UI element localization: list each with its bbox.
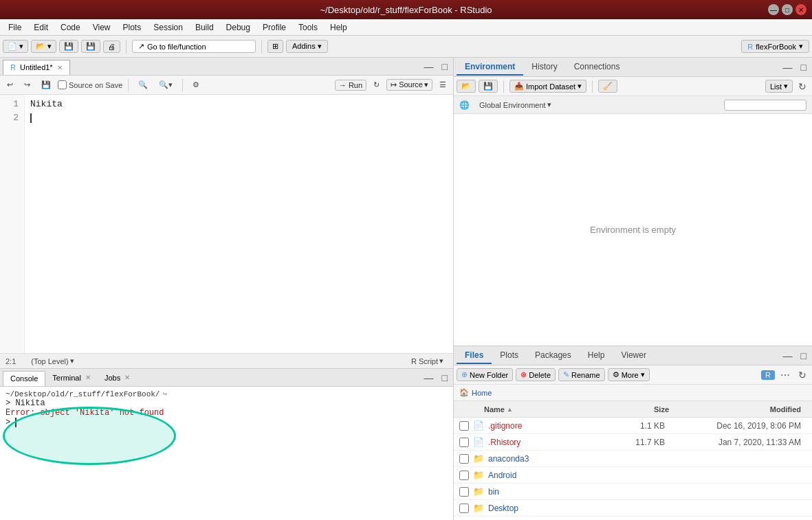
- file-row[interactable]: 📁 Android: [454, 467, 812, 484]
- menu-code[interactable]: Code: [55, 21, 86, 34]
- file-row[interactable]: 📄 .gitignore 1.1 KB Dec 16, 2019, 8:06 P…: [454, 418, 812, 434]
- more-button[interactable]: ⚙ More ▾: [608, 368, 650, 381]
- file-checkbox[interactable]: [459, 487, 469, 497]
- files-tab-packages[interactable]: Packages: [527, 348, 580, 364]
- env-search-input[interactable]: [724, 100, 806, 111]
- global-env-selector[interactable]: Global Environment ▾: [475, 99, 556, 111]
- file-checkbox[interactable]: [459, 504, 469, 513]
- env-minimize-button[interactable]: —: [780, 60, 795, 74]
- file-name[interactable]: bin: [488, 487, 606, 497]
- file-checkbox[interactable]: [459, 421, 469, 431]
- files-options-button[interactable]: ⋯: [778, 368, 793, 382]
- files-maximize-button[interactable]: □: [798, 349, 809, 363]
- file-row[interactable]: 📄 .Rhistory 11.7 KB Jan 7, 2020, 11:33 A…: [454, 434, 812, 451]
- clear-env-button[interactable]: 🧹: [598, 80, 617, 93]
- find-button[interactable]: 🔍: [134, 79, 152, 91]
- file-name[interactable]: Android: [488, 471, 606, 480]
- script-type-selector[interactable]: R Script ▾: [407, 355, 448, 367]
- console-maximize-button[interactable]: □: [439, 371, 450, 385]
- editor-tab-untitled1[interactable]: R Untitled1* ✕: [3, 60, 70, 75]
- file-name[interactable]: .Rhistory: [488, 438, 606, 447]
- new-folder-button[interactable]: ⊕ New Folder: [457, 368, 513, 381]
- files-tab-files[interactable]: Files: [457, 348, 492, 364]
- files-tab-plots[interactable]: Plots: [492, 348, 527, 364]
- files-r-icon[interactable]: R: [761, 370, 775, 380]
- menu-build[interactable]: Build: [190, 21, 219, 34]
- files-header-name[interactable]: Name ▲: [484, 405, 614, 414]
- menu-edit[interactable]: Edit: [28, 21, 54, 34]
- run-button[interactable]: → Run: [335, 80, 366, 91]
- files-header-size[interactable]: Size: [614, 405, 669, 414]
- find-replace-button[interactable]: 🔍▾: [155, 79, 177, 91]
- env-tab-connections[interactable]: Connections: [566, 59, 628, 76]
- editor-options-button[interactable]: ☰: [435, 79, 450, 91]
- delete-button[interactable]: ⊗ Delete: [516, 368, 556, 381]
- undo-button[interactable]: ↩: [3, 79, 17, 91]
- files-tab-help[interactable]: Help: [580, 348, 613, 364]
- code-content[interactable]: Nikita: [25, 95, 453, 353]
- source-button[interactable]: ↦ Source ▾: [386, 79, 432, 91]
- minimize-button[interactable]: —: [768, 4, 779, 15]
- console-content[interactable]: ~/Desktop/old/r_stuff/flexForBook/ ↪ > N…: [0, 387, 453, 520]
- env-maximize-button[interactable]: □: [798, 60, 809, 74]
- go-to-file-input[interactable]: ↗ Go to file/function: [132, 40, 256, 53]
- console-prompt[interactable]: >: [6, 418, 448, 427]
- files-header-modified[interactable]: Modified: [669, 405, 806, 414]
- terminal-close-icon[interactable]: ✕: [85, 374, 91, 381]
- breadcrumb-home-label[interactable]: Home: [472, 389, 492, 397]
- env-list-button[interactable]: List ▾: [765, 80, 793, 93]
- file-row[interactable]: 📁 bin: [454, 484, 812, 500]
- rename-button[interactable]: ✎ Rename: [558, 368, 605, 381]
- console-tab-jobs[interactable]: Jobs ✕: [98, 370, 137, 385]
- file-row[interactable]: 📁 Documents: [454, 517, 812, 520]
- menu-view[interactable]: View: [87, 21, 116, 34]
- menu-file[interactable]: File: [3, 21, 27, 34]
- source-on-save-checkbox[interactable]: [58, 80, 67, 89]
- file-row[interactable]: 📁 Desktop: [454, 500, 812, 517]
- close-button[interactable]: ✕: [795, 4, 806, 15]
- menu-help[interactable]: Help: [325, 21, 353, 34]
- save-all-button[interactable]: 💾: [81, 40, 100, 53]
- env-refresh-button[interactable]: ↻: [795, 80, 809, 93]
- files-refresh-button[interactable]: ↻: [795, 368, 809, 382]
- open-file-button[interactable]: 📂 ▾: [31, 40, 56, 53]
- files-tab-viewer[interactable]: Viewer: [613, 348, 654, 364]
- project-button[interactable]: R flexForBook ▾: [741, 40, 809, 53]
- maximize-button[interactable]: □: [782, 4, 793, 15]
- env-load-button[interactable]: 📂: [457, 80, 476, 93]
- re-run-button[interactable]: ↻: [369, 79, 384, 91]
- tab-close-icon[interactable]: ✕: [57, 64, 63, 71]
- file-name[interactable]: Desktop: [488, 504, 606, 513]
- file-checkbox[interactable]: [459, 438, 469, 447]
- console-tab-console[interactable]: Console: [3, 371, 45, 386]
- file-checkbox[interactable]: [459, 471, 469, 480]
- console-minimize-button[interactable]: —: [421, 371, 437, 385]
- menu-debug[interactable]: Debug: [221, 21, 256, 34]
- menu-profile[interactable]: Profile: [257, 21, 292, 34]
- files-minimize-button[interactable]: —: [780, 349, 795, 363]
- new-file-button[interactable]: 📄 ▾: [3, 40, 28, 53]
- jobs-close-icon[interactable]: ✕: [124, 374, 130, 381]
- console-tab-terminal[interactable]: Terminal ✕: [45, 370, 98, 385]
- env-tab-history[interactable]: History: [523, 59, 565, 76]
- workspace-layout-button[interactable]: ⊞: [267, 40, 283, 53]
- code-tools-button[interactable]: ⚙: [188, 79, 204, 91]
- scope-selector[interactable]: (Top Level) ▾: [27, 355, 78, 367]
- import-dataset-button[interactable]: 📥 Import Dataset ▾: [509, 80, 586, 93]
- print-button[interactable]: 🖨: [103, 41, 120, 53]
- save-editor-button[interactable]: 💾: [37, 79, 55, 91]
- menu-plots[interactable]: Plots: [118, 21, 147, 34]
- addins-button[interactable]: Addins ▾: [286, 40, 328, 53]
- code-editor[interactable]: 1 2 Nikita: [0, 95, 453, 353]
- env-save-button[interactable]: 💾: [479, 80, 498, 93]
- menu-session[interactable]: Session: [148, 21, 188, 34]
- env-tab-environment[interactable]: Environment: [457, 59, 523, 76]
- menu-tools[interactable]: Tools: [293, 21, 323, 34]
- redo-button[interactable]: ↪: [20, 79, 34, 91]
- save-button[interactable]: 💾: [59, 40, 78, 53]
- file-name[interactable]: .gitignore: [488, 421, 606, 431]
- editor-minimize-button[interactable]: —: [421, 60, 437, 74]
- editor-maximize-button[interactable]: □: [439, 60, 450, 74]
- file-name[interactable]: anaconda3: [488, 454, 606, 464]
- file-checkbox[interactable]: [459, 454, 469, 464]
